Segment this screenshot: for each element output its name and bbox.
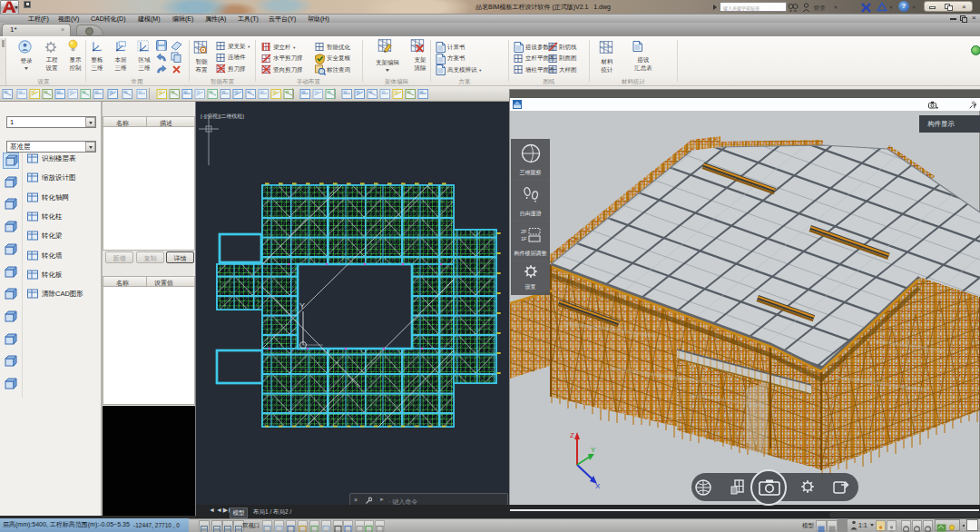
svg-text:X: X	[595, 482, 601, 490]
svg-text:2F: 2F	[521, 229, 527, 234]
svg-text:1F: 1F	[521, 236, 527, 241]
svg-text:Y: Y	[591, 446, 596, 454]
svg-text:Z: Z	[570, 431, 574, 439]
svg-text:Y: Y	[299, 301, 305, 310]
